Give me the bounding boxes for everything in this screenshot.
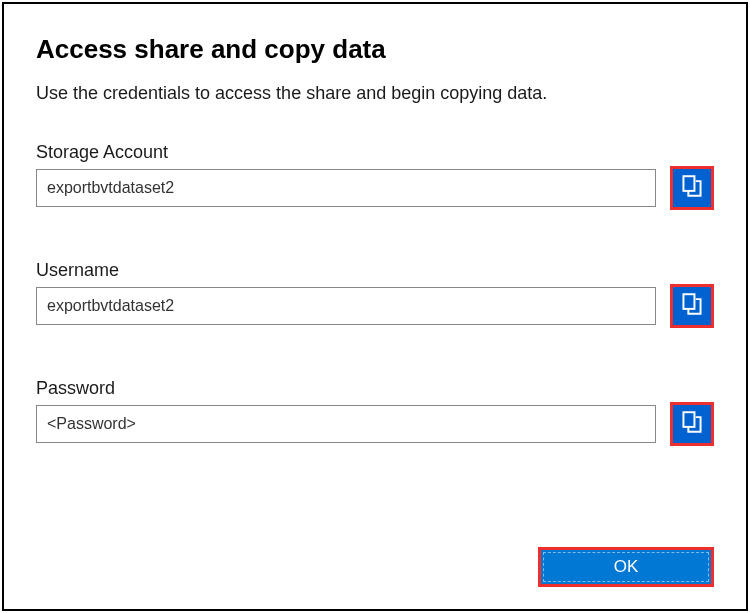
copy-icon xyxy=(682,293,702,319)
storage-account-label: Storage Account xyxy=(36,142,714,163)
copy-storage-account-button[interactable] xyxy=(670,166,714,210)
dialog-footer: OK xyxy=(538,547,714,587)
copy-password-button[interactable] xyxy=(670,402,714,446)
copy-icon xyxy=(682,175,702,201)
password-input[interactable] xyxy=(36,405,656,443)
password-row xyxy=(36,405,714,446)
storage-account-group: Storage Account xyxy=(36,142,714,210)
svg-rect-0 xyxy=(683,176,694,191)
username-group: Username xyxy=(36,260,714,328)
copy-icon xyxy=(682,411,702,437)
username-input[interactable] xyxy=(36,287,656,325)
password-group: Password xyxy=(36,378,714,446)
username-row xyxy=(36,287,714,328)
ok-button[interactable]: OK xyxy=(538,547,714,587)
svg-rect-2 xyxy=(683,412,694,427)
password-label: Password xyxy=(36,378,714,399)
storage-account-row xyxy=(36,169,714,210)
storage-account-input[interactable] xyxy=(36,169,656,207)
svg-rect-1 xyxy=(683,294,694,309)
username-label: Username xyxy=(36,260,714,281)
copy-username-button[interactable] xyxy=(670,284,714,328)
dialog-description: Use the credentials to access the share … xyxy=(36,83,714,104)
dialog-title: Access share and copy data xyxy=(36,34,714,65)
access-share-dialog: Access share and copy data Use the crede… xyxy=(2,2,748,611)
